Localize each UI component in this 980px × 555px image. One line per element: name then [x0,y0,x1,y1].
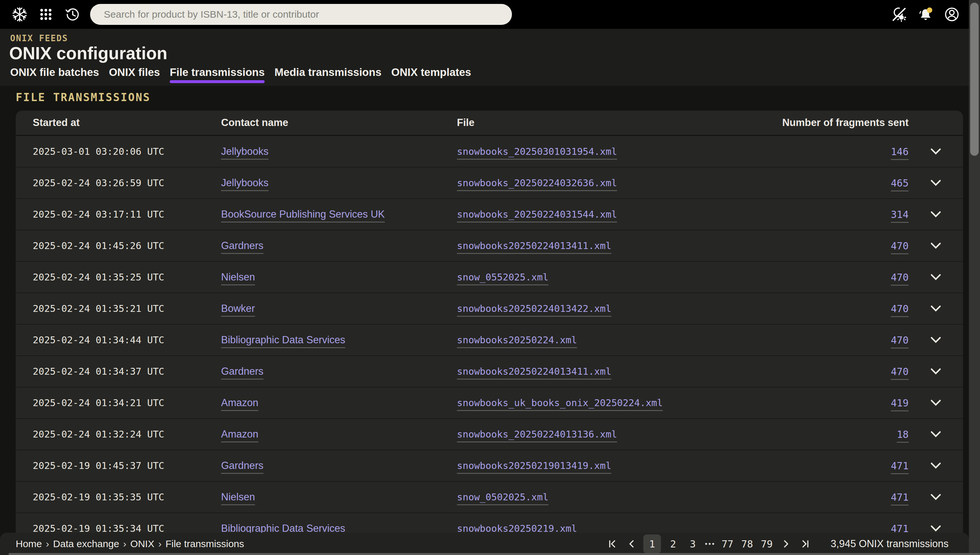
contact-link[interactable]: Bibliographic Data Services [221,334,457,346]
previous-page-button[interactable] [624,534,639,553]
fragments-link[interactable]: 419 [891,397,909,409]
expand-row-chevron-icon[interactable] [930,274,941,281]
fragments-link[interactable]: 18 [897,429,909,440]
started-at-value: 2025-02-24 01:32:24 UTC [33,429,221,440]
column-header-started-at: Started at [33,117,221,128]
expand-row-chevron-icon[interactable] [930,305,941,312]
table-row: 2025-02-19 01:35:35 UTC Nielsen snow_050… [16,481,963,512]
file-link[interactable]: snow_0502025.xml [457,491,876,503]
fragments-link[interactable]: 146 [891,146,909,157]
file-link[interactable]: snow_0552025.xml [457,272,876,283]
contact-link[interactable]: BookSource Publishing Services UK [221,209,457,220]
file-link[interactable]: snowbooks20250219.xml [457,523,876,534]
table-row: 2025-02-24 01:34:44 UTC Bibliographic Da… [16,324,963,355]
fragments-link[interactable]: 465 [891,177,909,189]
contact-link[interactable]: Nielsen [221,491,457,503]
fragments-link[interactable]: 470 [891,272,909,283]
expand-row-chevron-icon[interactable] [930,211,941,218]
contact-link[interactable]: Gardners [221,460,457,472]
file-link[interactable]: snowbooks_20250224013136.xml [457,429,876,440]
fragments-link[interactable]: 470 [891,303,909,314]
table-row: 2025-02-24 03:17:11 UTC BookSource Publi… [16,198,963,230]
last-page-button[interactable] [798,534,812,553]
expand-row-chevron-icon[interactable] [930,431,941,438]
fragments-link[interactable]: 471 [891,460,909,472]
table-row: 2025-03-01 03:20:06 UTC Jellybooks snowb… [16,135,963,167]
expand-row-chevron-icon[interactable] [930,179,941,186]
total-transmissions-count: 3,945 ONIX transmissions [830,533,949,555]
expand-row-chevron-icon[interactable] [930,148,941,155]
page-button-3[interactable]: 3 [685,534,700,553]
started-at-value: 2025-02-24 03:17:11 UTC [33,209,221,220]
search-input[interactable] [90,4,512,25]
expand-row-chevron-icon[interactable] [930,494,941,500]
expand-row-chevron-icon[interactable] [930,399,941,406]
fragments-link[interactable]: 470 [891,240,909,252]
file-link[interactable]: snowbooks20250224013411.xml [457,366,876,377]
contact-link[interactable]: Jellybooks [221,177,457,189]
contact-link[interactable]: Amazon [221,397,457,409]
contact-link[interactable]: Gardners [221,366,457,377]
notifications-bell-icon[interactable] [918,6,933,22]
breadcrumb-home[interactable]: Home [16,538,42,549]
breadcrumb-file-transmissions[interactable]: File transmissions [166,538,244,549]
tab-onix-files[interactable]: ONIX files [109,66,160,83]
breadcrumb-onix[interactable]: ONIX [130,538,154,549]
snowflake-logo-icon[interactable] [12,6,27,22]
fragments-link[interactable]: 314 [891,209,909,220]
started-at-value: 2025-02-24 01:34:37 UTC [33,366,221,377]
expand-row-chevron-icon[interactable] [930,525,941,532]
contact-link[interactable]: Nielsen [221,271,457,283]
file-link[interactable]: snowbooks20250224013411.xml [457,240,876,251]
table-row: 2025-02-24 01:35:25 UTC Nielsen snow_055… [16,261,963,292]
fragments-link[interactable]: 470 [891,334,909,346]
fragments-link[interactable]: 471 [891,491,909,503]
table-row: 2025-02-24 01:34:37 UTC Gardners snowboo… [16,355,963,387]
contact-link[interactable]: Amazon [221,428,457,440]
tab-media-transmissions[interactable]: Media transmissions [275,66,381,83]
window-bottom-edge [8,553,980,555]
page-button-77[interactable]: 77 [720,534,735,553]
breadcrumb-eyebrow[interactable]: ONIX FEEDS [10,34,68,43]
page-button-79[interactable]: 79 [759,534,774,553]
page-button-78[interactable]: 78 [740,534,755,553]
expand-row-chevron-icon[interactable] [930,337,941,343]
fragments-link[interactable]: 470 [891,366,909,377]
history-icon[interactable] [65,6,80,22]
scrollbar-track[interactable] [969,0,980,555]
scrollbar-thumb[interactable] [970,3,979,156]
page-button-2[interactable]: 2 [666,534,681,553]
page-header: ONIX FEEDS ONIX configuration ONIX file … [0,29,980,86]
file-link[interactable]: snowbooks20250224.xml [457,334,876,346]
table-header-row: Started at Contact name File Number of f… [16,111,963,135]
tab-onix-templates[interactable]: ONIX templates [391,66,471,83]
theme-toggle-icon[interactable] [891,6,907,22]
expand-row-chevron-icon[interactable] [930,242,941,249]
contact-link[interactable]: Bowker [221,303,457,314]
started-at-value: 2025-03-01 03:20:06 UTC [33,146,221,157]
expand-row-chevron-icon[interactable] [930,368,941,375]
file-link[interactable]: snowbooks_20250301031954.xml [457,146,876,157]
started-at-value: 2025-02-19 01:35:34 UTC [33,523,221,534]
file-link[interactable]: snowbooks_20250224032636.xml [457,177,876,188]
file-link[interactable]: snowbooks20250224013422.xml [457,303,876,314]
first-page-button[interactable] [605,534,620,553]
file-link[interactable]: snowbooks_20250224031544.xml [457,209,876,220]
contact-link[interactable]: Jellybooks [221,146,457,157]
page-title: ONIX configuration [9,43,167,63]
account-icon[interactable] [944,6,960,22]
breadcrumb: Home › Data exchange › ONIX › File trans… [16,533,244,555]
contact-link[interactable]: Gardners [221,240,457,252]
breadcrumb-separator: › [158,538,161,549]
started-at-value: 2025-02-24 01:35:25 UTC [33,272,221,283]
tab-onix-file-batches[interactable]: ONIX file batches [10,66,99,83]
page-button-1[interactable]: 1 [643,534,661,553]
file-link[interactable]: snowbooks_uk_books_onix_20250224.xml [457,397,876,408]
file-link[interactable]: snowbooks20250219013419.xml [457,460,876,471]
next-page-button[interactable] [779,534,793,553]
expand-row-chevron-icon[interactable] [930,462,941,469]
breadcrumb-data-exchange[interactable]: Data exchange [53,538,119,549]
apps-grid-icon[interactable] [38,6,54,22]
started-at-value: 2025-02-24 01:34:21 UTC [33,397,221,408]
tab-file-transmissions[interactable]: File transmissions [170,66,265,83]
